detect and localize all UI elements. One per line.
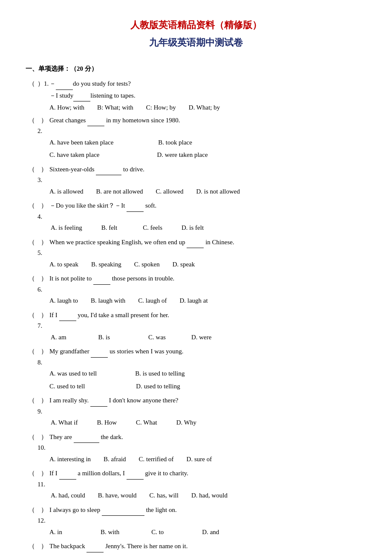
q6-options: A. laugh to B. laugh with C. laugh of D.…: [26, 295, 366, 306]
q11-options: A. had, could B. have, would C. has, wil…: [26, 490, 366, 501]
q13-num: ）13.: [37, 541, 49, 555]
q12-paren: （: [26, 505, 37, 516]
q9-paren: （: [26, 395, 37, 406]
q1-num: ）1.: [37, 78, 49, 90]
q11-num: ）11.: [37, 468, 49, 490]
question-5: （ ）5. When we practice speaking English,…: [26, 237, 366, 270]
q3-num: ）3.: [37, 164, 49, 186]
q3-text: Sixteen-year-olds to drive.: [49, 164, 366, 176]
q10-num: ）10.: [37, 432, 49, 454]
q9-options: A. What if B. How C. What D. Why: [26, 417, 366, 428]
question-8: （ ）8. My grandfather us stories when I w…: [26, 346, 366, 392]
q10-text: They are the dark.: [49, 432, 366, 443]
q2-options2: C. have taken place D. were taken place: [26, 150, 366, 161]
q8-num: ）8.: [37, 346, 49, 368]
q1-paren: （: [26, 78, 37, 90]
q9-num: ）9.: [37, 395, 49, 417]
q5-options: A. to speak B. speaking C. spoken D. spe…: [26, 259, 366, 270]
q8-options1: A. was used to tell B. is used to tellin…: [26, 368, 366, 379]
q4-options: A. is feeling B. felt C. feels D. is fel…: [26, 223, 366, 234]
question-9: （ ）9. I am really shy. I don't know anyo…: [26, 395, 366, 428]
q1-text: － do you study for tests?: [49, 78, 366, 90]
q6-num: ）6.: [37, 273, 49, 295]
q5-num: ）5.: [37, 237, 49, 259]
q13-paren: （: [26, 541, 37, 552]
q12-num: ）12.: [37, 505, 49, 526]
q4-text: －Do you like the skirt？－It soft.: [49, 200, 366, 212]
q8-options2: C. used to tell D. used to telling: [26, 381, 366, 392]
q6-paren: （: [26, 273, 37, 284]
q6-text: It is not polite to those persons in tro…: [49, 273, 366, 285]
question-3: （ ）3. Sixteen-year-olds to drive. A. is …: [26, 164, 366, 197]
q4-paren: （: [26, 200, 37, 211]
q1-subtext: －I study listening to tapes.: [26, 90, 366, 102]
q11-paren: （: [26, 468, 37, 479]
q13-text: The backpack Jenny's. There is her name …: [49, 541, 366, 552]
question-2: （ ）2. Great changes in my hometown since…: [26, 115, 366, 161]
q4-num: ）4.: [37, 200, 49, 222]
page-title-subtitle: 人教版英语精品资料（精修版）: [26, 17, 366, 33]
question-11: （ ）11. If I a million dollars, I give it…: [26, 468, 366, 501]
page-title-main: 九年级英语期中测试卷: [26, 35, 366, 50]
question-7: （ ）7. If I you, I'd take a small present…: [26, 310, 366, 343]
q2-paren: （: [26, 115, 37, 126]
question-10: （ ）10. They are the dark. A. interesting…: [26, 432, 366, 465]
q10-options: A. interesting in B. afraid C. terrified…: [26, 454, 366, 465]
q8-text: My grandfather us stories when I was you…: [49, 346, 366, 358]
q3-options: A. is allowed B. are not allowed C. allo…: [26, 186, 366, 197]
q7-num: ）7.: [37, 310, 49, 332]
q7-paren: （: [26, 310, 37, 321]
q8-paren: （: [26, 346, 37, 357]
question-13: （ ）13. The backpack Jenny's. There is he…: [26, 541, 366, 555]
q11-text: If I a million dollars, I give it to cha…: [49, 468, 366, 480]
q7-options: A. am B. is C. was D. were: [26, 332, 366, 343]
q3-paren: （: [26, 164, 37, 175]
question-1: （ ）1. － do you study for tests? －I study…: [26, 78, 366, 113]
question-4: （ ）4. －Do you like the skirt？－It soft. A…: [26, 200, 366, 234]
q9-text: I am really shy. I don't know anyone the…: [49, 395, 366, 407]
q5-text: When we practice speaking English, we of…: [49, 237, 366, 249]
section1-header: 一、单项选择：（20 分）: [26, 64, 366, 75]
question-6: （ ）6. It is not polite to those persons …: [26, 273, 366, 306]
q10-paren: （: [26, 432, 37, 443]
q12-text: I always go to sleep the light on.: [49, 505, 366, 516]
q7-text: If I you, I'd take a small present for h…: [49, 310, 366, 321]
q5-paren: （: [26, 237, 37, 248]
q2-text: Great changes in my hometown since 1980.: [49, 115, 366, 127]
q2-num: ）2.: [37, 115, 49, 137]
q2-options1: A. have been taken place B. took place: [26, 137, 366, 148]
question-12: （ ）12. I always go to sleep the light on…: [26, 505, 366, 538]
q12-options: A. in B. with C. to D. and: [26, 527, 366, 538]
q1-options: A. How; with B: What; with C: How; by D.…: [26, 102, 366, 113]
